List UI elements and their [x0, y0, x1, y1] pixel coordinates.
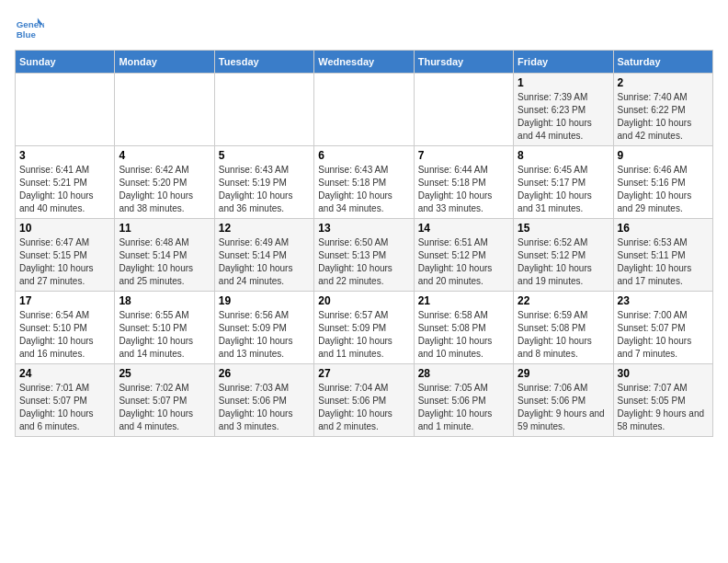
day-number: 17	[19, 294, 110, 307]
day-number: 28	[418, 367, 509, 380]
day-info: Sunrise: 7:39 AM Sunset: 6:23 PM Dayligh…	[518, 91, 609, 143]
calendar-cell: 15Sunrise: 6:52 AM Sunset: 5:12 PM Dayli…	[514, 219, 613, 292]
day-info: Sunrise: 6:49 AM Sunset: 5:14 PM Dayligh…	[219, 236, 310, 288]
calendar-cell: 1Sunrise: 7:39 AM Sunset: 6:23 PM Daylig…	[514, 74, 613, 146]
calendar-cell: 13Sunrise: 6:50 AM Sunset: 5:13 PM Dayli…	[314, 219, 414, 292]
day-info: Sunrise: 7:04 AM Sunset: 5:06 PM Dayligh…	[318, 382, 409, 433]
day-number: 2	[618, 76, 709, 89]
day-info: Sunrise: 6:56 AM Sunset: 5:09 PM Dayligh…	[219, 309, 310, 361]
calendar-cell: 8Sunrise: 6:45 AM Sunset: 5:17 PM Daylig…	[514, 146, 613, 219]
day-info: Sunrise: 6:43 AM Sunset: 5:18 PM Dayligh…	[318, 164, 409, 215]
day-number: 8	[518, 149, 609, 162]
day-number: 12	[219, 222, 310, 235]
day-number: 21	[418, 294, 509, 307]
calendar-cell: 20Sunrise: 6:57 AM Sunset: 5:09 PM Dayli…	[314, 292, 414, 364]
calendar-cell: 29Sunrise: 7:06 AM Sunset: 5:06 PM Dayli…	[514, 364, 613, 437]
calendar-cell: 18Sunrise: 6:55 AM Sunset: 5:10 PM Dayli…	[115, 292, 214, 364]
day-info: Sunrise: 6:48 AM Sunset: 5:14 PM Dayligh…	[119, 236, 210, 288]
day-number: 22	[518, 294, 609, 307]
calendar-week-row: 3Sunrise: 6:41 AM Sunset: 5:21 PM Daylig…	[16, 146, 713, 219]
day-info: Sunrise: 6:50 AM Sunset: 5:13 PM Dayligh…	[318, 236, 409, 288]
day-number: 24	[19, 367, 110, 380]
day-number: 14	[418, 222, 509, 235]
day-number: 19	[219, 294, 310, 307]
calendar-cell: 11Sunrise: 6:48 AM Sunset: 5:14 PM Dayli…	[115, 219, 214, 292]
day-number: 26	[219, 367, 310, 380]
calendar-cell	[414, 74, 513, 146]
calendar-cell: 24Sunrise: 7:01 AM Sunset: 5:07 PM Dayli…	[16, 364, 115, 437]
calendar-table: SundayMondayTuesdayWednesdayThursdayFrid…	[15, 50, 713, 437]
day-info: Sunrise: 7:06 AM Sunset: 5:06 PM Dayligh…	[518, 382, 609, 433]
calendar-cell: 21Sunrise: 6:58 AM Sunset: 5:08 PM Dayli…	[414, 292, 513, 364]
day-number: 18	[119, 294, 210, 307]
calendar-header-row: SundayMondayTuesdayWednesdayThursdayFrid…	[16, 51, 713, 74]
calendar-cell	[115, 74, 214, 146]
calendar-cell: 19Sunrise: 6:56 AM Sunset: 5:09 PM Dayli…	[214, 292, 313, 364]
calendar-cell: 16Sunrise: 6:53 AM Sunset: 5:11 PM Dayli…	[613, 219, 712, 292]
calendar-cell: 4Sunrise: 6:42 AM Sunset: 5:20 PM Daylig…	[115, 146, 214, 219]
calendar-cell: 5Sunrise: 6:43 AM Sunset: 5:19 PM Daylig…	[214, 146, 313, 219]
calendar-cell: 3Sunrise: 6:41 AM Sunset: 5:21 PM Daylig…	[16, 146, 115, 219]
day-number: 25	[119, 367, 210, 380]
day-info: Sunrise: 7:40 AM Sunset: 6:22 PM Dayligh…	[618, 91, 709, 143]
calendar-week-row: 17Sunrise: 6:54 AM Sunset: 5:10 PM Dayli…	[16, 292, 713, 364]
calendar-week-row: 10Sunrise: 6:47 AM Sunset: 5:15 PM Dayli…	[16, 219, 713, 292]
day-info: Sunrise: 6:45 AM Sunset: 5:17 PM Dayligh…	[518, 164, 609, 215]
day-number: 10	[19, 222, 110, 235]
calendar-cell: 6Sunrise: 6:43 AM Sunset: 5:18 PM Daylig…	[314, 146, 414, 219]
day-number: 27	[318, 367, 409, 380]
day-number: 9	[618, 149, 709, 162]
calendar-cell	[314, 74, 414, 146]
day-number: 29	[518, 367, 609, 380]
day-number: 11	[119, 222, 210, 235]
calendar-cell: 17Sunrise: 6:54 AM Sunset: 5:10 PM Dayli…	[16, 292, 115, 364]
calendar-cell: 30Sunrise: 7:07 AM Sunset: 5:05 PM Dayli…	[613, 364, 712, 437]
day-number: 15	[518, 222, 609, 235]
day-info: Sunrise: 6:55 AM Sunset: 5:10 PM Dayligh…	[119, 309, 210, 361]
day-number: 13	[318, 222, 409, 235]
calendar-cell: 25Sunrise: 7:02 AM Sunset: 5:07 PM Dayli…	[115, 364, 214, 437]
day-info: Sunrise: 6:42 AM Sunset: 5:20 PM Dayligh…	[119, 164, 210, 215]
calendar-week-row: 24Sunrise: 7:01 AM Sunset: 5:07 PM Dayli…	[16, 364, 713, 437]
calendar-cell: 26Sunrise: 7:03 AM Sunset: 5:06 PM Dayli…	[214, 364, 313, 437]
day-info: Sunrise: 7:00 AM Sunset: 5:07 PM Dayligh…	[618, 309, 709, 361]
logo: General Blue	[15, 15, 44, 44]
day-number: 30	[618, 367, 709, 380]
logo-icon: General Blue	[15, 15, 44, 44]
day-info: Sunrise: 6:46 AM Sunset: 5:16 PM Dayligh…	[618, 164, 709, 215]
calendar-cell: 27Sunrise: 7:04 AM Sunset: 5:06 PM Dayli…	[314, 364, 414, 437]
calendar-cell: 23Sunrise: 7:00 AM Sunset: 5:07 PM Dayli…	[613, 292, 712, 364]
calendar-cell: 9Sunrise: 6:46 AM Sunset: 5:16 PM Daylig…	[613, 146, 712, 219]
calendar-cell	[214, 74, 313, 146]
day-info: Sunrise: 6:44 AM Sunset: 5:18 PM Dayligh…	[418, 164, 509, 215]
day-header-tuesday: Tuesday	[214, 51, 313, 74]
day-info: Sunrise: 6:41 AM Sunset: 5:21 PM Dayligh…	[19, 164, 110, 215]
day-header-wednesday: Wednesday	[314, 51, 414, 74]
calendar-cell: 2Sunrise: 7:40 AM Sunset: 6:22 PM Daylig…	[613, 74, 712, 146]
day-number: 23	[618, 294, 709, 307]
day-info: Sunrise: 6:57 AM Sunset: 5:09 PM Dayligh…	[318, 309, 409, 361]
page-header: General Blue	[15, 15, 713, 44]
calendar-cell	[16, 74, 115, 146]
day-number: 6	[318, 149, 409, 162]
day-info: Sunrise: 6:53 AM Sunset: 5:11 PM Dayligh…	[618, 236, 709, 288]
day-header-sunday: Sunday	[16, 51, 115, 74]
calendar-cell: 12Sunrise: 6:49 AM Sunset: 5:14 PM Dayli…	[214, 219, 313, 292]
day-number: 5	[219, 149, 310, 162]
day-info: Sunrise: 6:54 AM Sunset: 5:10 PM Dayligh…	[19, 309, 110, 361]
day-number: 1	[518, 76, 609, 89]
day-header-thursday: Thursday	[414, 51, 513, 74]
day-info: Sunrise: 6:43 AM Sunset: 5:19 PM Dayligh…	[219, 164, 310, 215]
day-info: Sunrise: 6:52 AM Sunset: 5:12 PM Dayligh…	[518, 236, 609, 288]
day-number: 16	[618, 222, 709, 235]
calendar-cell: 22Sunrise: 6:59 AM Sunset: 5:08 PM Dayli…	[514, 292, 613, 364]
day-info: Sunrise: 7:01 AM Sunset: 5:07 PM Dayligh…	[19, 382, 110, 433]
calendar-cell: 10Sunrise: 6:47 AM Sunset: 5:15 PM Dayli…	[16, 219, 115, 292]
day-info: Sunrise: 6:51 AM Sunset: 5:12 PM Dayligh…	[418, 236, 509, 288]
calendar-cell: 7Sunrise: 6:44 AM Sunset: 5:18 PM Daylig…	[414, 146, 513, 219]
day-number: 7	[418, 149, 509, 162]
day-info: Sunrise: 6:47 AM Sunset: 5:15 PM Dayligh…	[19, 236, 110, 288]
calendar-cell: 28Sunrise: 7:05 AM Sunset: 5:06 PM Dayli…	[414, 364, 513, 437]
day-info: Sunrise: 7:02 AM Sunset: 5:07 PM Dayligh…	[119, 382, 210, 433]
day-header-friday: Friday	[514, 51, 613, 74]
